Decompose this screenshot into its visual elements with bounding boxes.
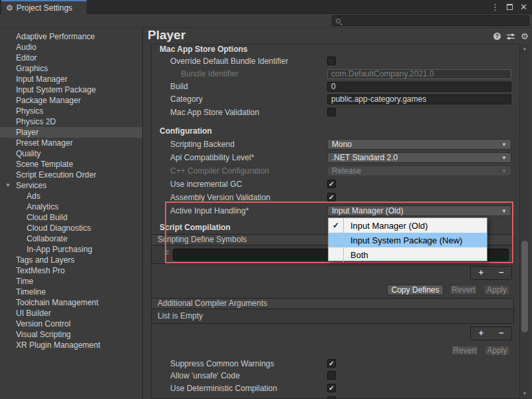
sidebar-item[interactable]: TextMesh Pro — [0, 265, 142, 276]
sidebar-item-label: TextMesh Pro — [16, 266, 65, 275]
sidebar-item[interactable]: Version Control — [0, 319, 142, 329]
scrollbar-track[interactable] — [519, 44, 530, 399]
override-bundle-checkbox[interactable] — [327, 57, 336, 65]
dropdown-option-both[interactable]: Both — [329, 247, 487, 262]
sidebar-item[interactable]: Preset Manager — [0, 138, 142, 148]
chevron-down-icon: ▼ — [501, 155, 507, 161]
dropdown-option-label: Both — [350, 250, 368, 260]
scroll-down-icon[interactable]: ▼ — [519, 391, 530, 396]
build-field[interactable]: 0 — [327, 82, 511, 92]
section-header-script-compilation: Script Compilation — [160, 222, 231, 233]
clipped-checkbox[interactable] — [327, 396, 336, 399]
allow-unsafe-label: Allow 'unsafe' Code — [170, 370, 240, 381]
sidebar-item-label: Adaptive Performance — [16, 32, 95, 41]
scrollbar-thumb[interactable] — [521, 241, 528, 332]
category-field[interactable]: public.app-category.games — [327, 94, 511, 104]
sidebar-item[interactable]: Player — [0, 127, 142, 138]
titlebar: ⚙ Project Settings ⋮ ✕ — [0, 0, 532, 14]
sidebar-item[interactable]: Physics 2D — [0, 116, 142, 127]
close-icon[interactable]: ✕ — [520, 2, 527, 12]
sidebar-item[interactable]: Analytics — [0, 201, 142, 212]
deterministic-label: Use Deterministic Compilation — [170, 383, 277, 394]
mac-validation-checkbox[interactable] — [327, 108, 336, 116]
drag-handle-icon[interactable]: = — [164, 248, 169, 257]
active-input-dropdown[interactable]: Input Manager (Old) ▼ — [327, 205, 511, 216]
sidebar-item-label: Timeline — [16, 287, 46, 297]
gear-icon[interactable]: ⚙ — [521, 32, 529, 41]
sidebar-item[interactable]: Timeline — [0, 287, 142, 297]
add-button[interactable]: + — [471, 267, 491, 279]
sidebar-item-label: Visual Scripting — [16, 330, 71, 339]
build-label: Build — [170, 81, 188, 92]
suppress-warnings-checkbox[interactable]: ✓ — [327, 359, 336, 368]
apply-button[interactable]: Apply — [484, 345, 510, 356]
remove-button[interactable]: − — [491, 267, 512, 279]
api-compatibility-dropdown[interactable]: .NET Standard 2.0 ▼ — [327, 152, 511, 163]
sidebar-item-label: Player — [16, 128, 39, 137]
search-input[interactable] — [343, 17, 525, 25]
sidebar-item[interactable]: Editor — [0, 53, 142, 63]
apply-button[interactable]: Apply — [483, 285, 510, 295]
sidebar-item[interactable]: Input Manager — [0, 74, 142, 84]
sidebar-item-label: In-App Purchasing — [27, 245, 92, 254]
allow-unsafe-checkbox[interactable] — [327, 371, 336, 380]
sidebar-item[interactable]: ▼ Services — [0, 180, 142, 191]
sidebar-item-label: Tags and Layers — [16, 255, 74, 265]
active-input-label: Active Input Handling* — [170, 205, 249, 216]
foldout-icon[interactable]: ▼ — [5, 183, 11, 188]
bundle-identifier-label: Bundle Identifier — [181, 68, 239, 79]
mac-validation-label: Mac App Store Validation — [170, 107, 259, 118]
sidebar-item[interactable]: Cloud Build — [0, 212, 142, 223]
incremental-gc-checkbox[interactable]: ✓ — [327, 180, 336, 188]
revert-button[interactable]: Revert — [451, 345, 479, 356]
sidebar-item[interactable]: In-App Purchasing — [0, 244, 142, 255]
kebab-menu-icon[interactable]: ⋮ — [491, 2, 499, 12]
sidebar-item-label: Audio — [16, 43, 37, 52]
search-icon — [336, 19, 340, 23]
sidebar-item[interactable]: Visual Scripting — [0, 329, 142, 340]
search-box[interactable] — [332, 15, 529, 26]
assembly-validation-checkbox[interactable]: ✓ — [327, 193, 336, 201]
sidebar-item[interactable]: Collaborate — [0, 233, 142, 244]
sidebar-item[interactable]: Time — [0, 276, 142, 287]
dropdown-option-input-system[interactable]: Input System Package (New) — [329, 233, 487, 247]
sidebar-item[interactable]: XR Plugin Management — [0, 340, 142, 350]
revert-button[interactable]: Revert — [450, 285, 477, 295]
sidebar-item[interactable]: Graphics — [0, 63, 142, 74]
maximize-icon[interactable] — [507, 4, 513, 10]
sidebar-item[interactable]: Cloud Diagnostics — [0, 223, 142, 233]
sidebar-item-label: Scene Template — [16, 160, 73, 169]
header-icons: ? ⚙ — [493, 32, 529, 41]
dropdown-option-input-manager[interactable]: ✓ Input Manager (Old) — [329, 218, 487, 233]
sidebar-item-label: Physics 2D — [16, 117, 56, 126]
scroll-up-icon[interactable]: ▲ — [519, 46, 530, 51]
sidebar-item[interactable]: Script Execution Order — [0, 170, 142, 180]
section-header-configuration: Configuration — [160, 126, 212, 136]
additional-args-footer: + − — [470, 327, 512, 340]
sidebar-item[interactable]: Adaptive Performance — [0, 31, 142, 42]
tab-project-settings[interactable]: ⚙ Project Settings — [1, 0, 86, 14]
sidebar-item[interactable]: Toolchain Management — [0, 297, 142, 308]
sidebar-item[interactable]: Scene Template — [0, 159, 142, 170]
sidebar-item[interactable]: Ads — [0, 191, 142, 201]
sidebar-item-label: Graphics — [16, 64, 48, 73]
sidebar-item[interactable]: Quality — [0, 148, 142, 159]
sidebar-item[interactable]: Input System Package — [0, 84, 142, 95]
help-icon[interactable]: ? — [493, 33, 501, 40]
sidebar-item-label: UI Builder — [16, 309, 51, 318]
copy-defines-button[interactable]: Copy Defines — [387, 285, 444, 295]
chevron-down-icon: ▼ — [501, 142, 507, 148]
sidebar-item[interactable]: Tags and Layers — [0, 255, 142, 265]
add-button[interactable]: + — [471, 327, 491, 340]
scripting-backend-dropdown[interactable]: Mono ▼ — [327, 139, 511, 150]
additional-args-header: Additional Compiler Arguments — [151, 298, 514, 309]
sidebar-item[interactable]: Package Manager — [0, 95, 142, 106]
deterministic-checkbox[interactable]: ✓ — [327, 384, 336, 392]
sidebar-item[interactable]: UI Builder — [0, 308, 142, 319]
remove-button[interactable]: − — [491, 327, 512, 340]
sidebar-item[interactable]: Audio — [0, 42, 142, 53]
sidebar-item-label: Ads — [27, 192, 41, 201]
sidebar-item[interactable]: Physics — [0, 106, 142, 116]
page-title: Player — [148, 28, 186, 43]
presets-icon[interactable] — [506, 33, 515, 41]
